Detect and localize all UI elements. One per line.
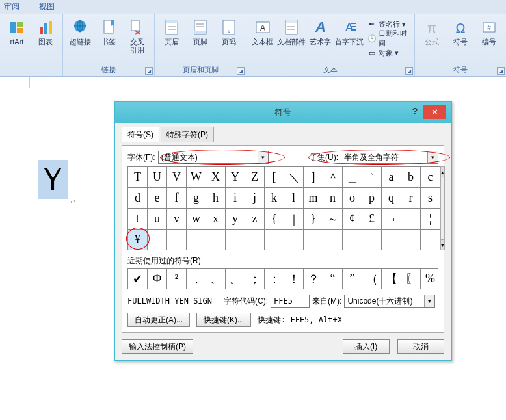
symbol-cell[interactable]: k — [265, 188, 284, 209]
btn-header[interactable]: 页眉 — [157, 16, 186, 61]
symbol-cell[interactable] — [265, 230, 284, 250]
code-input[interactable] — [271, 295, 310, 308]
symbol-cell[interactable]: s — [421, 188, 440, 209]
symbol-cell[interactable]: £ — [362, 209, 382, 230]
close-button[interactable]: ✕ — [423, 105, 446, 119]
symbol-cell[interactable] — [362, 230, 382, 250]
dialog-launcher-icon[interactable]: ◢ — [497, 67, 505, 75]
recent-cell[interactable]: ； — [245, 269, 265, 289]
symbol-cell[interactable] — [167, 230, 187, 250]
symbol-cell[interactable]: U — [148, 167, 167, 188]
symbol-cell[interactable]: v — [167, 209, 187, 230]
symbol-cell[interactable]: i — [226, 188, 245, 209]
btn-chart[interactable]: 图表 — [31, 16, 60, 61]
recent-cell[interactable]: ： — [265, 269, 284, 289]
symbol-cell[interactable]: ¬ — [382, 209, 401, 230]
btn-hyperlink[interactable]: 超链接 — [66, 16, 94, 61]
btn-symbol[interactable]: Ω 符号 — [446, 16, 475, 61]
recent-cell[interactable]: “ — [323, 269, 343, 289]
btn-number[interactable]: # 编号 — [475, 16, 503, 61]
symbol-cell[interactable]: g — [187, 188, 206, 209]
recent-cell[interactable]: ！ — [284, 269, 304, 289]
dialog-launcher-icon[interactable]: ◢ — [145, 67, 153, 75]
recent-cell[interactable]: ² — [167, 269, 187, 289]
btn-datetime[interactable]: 🕓日期和时间 — [367, 33, 412, 44]
from-combo[interactable]: Unicode(十六进制) ▾ — [344, 295, 435, 308]
symbol-cell[interactable]: Y — [226, 167, 245, 188]
symbol-cell[interactable]: t — [128, 209, 148, 230]
recent-cell[interactable]: （ — [362, 269, 382, 289]
symbol-cell[interactable]: u — [148, 209, 167, 230]
symbol-cell[interactable] — [284, 230, 304, 250]
symbol-cell[interactable]: o — [343, 188, 362, 209]
dialog-launcher-icon[interactable]: ◢ — [237, 67, 245, 75]
symbol-cell[interactable]: y — [226, 209, 245, 230]
scroll-track[interactable] — [441, 177, 444, 239]
symbol-cell[interactable]: [ — [265, 167, 284, 188]
btn-equation[interactable]: π 公式 — [418, 16, 446, 61]
symbol-cell[interactable]: m — [304, 188, 323, 209]
menu-review[interactable]: 审阅 — [4, 1, 20, 12]
recent-cell[interactable]: 。 — [226, 269, 245, 289]
recent-cell[interactable]: ✔ — [128, 269, 148, 289]
scroll-down-icon[interactable]: ▾ — [441, 239, 444, 250]
scroll-up-icon[interactable]: ▴ — [441, 167, 444, 177]
symbol-cell[interactable]: Z — [245, 167, 265, 188]
help-button[interactable]: ? — [408, 106, 422, 119]
btn-parts[interactable]: 文档部件 — [276, 16, 307, 61]
chevron-down-icon[interactable]: ▾ — [427, 151, 438, 163]
tab-special[interactable]: 特殊字符(P) — [161, 127, 214, 142]
autocorrect-button[interactable]: 自动更正(A)... — [127, 313, 190, 327]
symbol-cell[interactable] — [401, 230, 421, 250]
symbol-cell[interactable] — [421, 230, 440, 250]
symbol-cell[interactable]: z — [245, 209, 265, 230]
symbol-cell[interactable]: l — [284, 188, 304, 209]
recent-cell[interactable]: ？ — [304, 269, 323, 289]
grid-scrollbar[interactable]: ▴ ▾ — [440, 166, 445, 250]
symbol-cell[interactable]: T — [128, 167, 148, 188]
symbol-cell[interactable]: j — [245, 188, 265, 209]
tab-symbols[interactable]: 符号(S) — [122, 127, 159, 142]
dialog-titlebar[interactable]: 符号 ? ✕ — [115, 102, 451, 123]
symbol-cell[interactable]: } — [304, 209, 323, 230]
symbol-cell[interactable]: r — [401, 188, 421, 209]
symbol-cell[interactable]: ] — [304, 167, 323, 188]
chevron-down-icon[interactable]: ▾ — [258, 151, 268, 163]
symbol-cell[interactable]: V — [167, 167, 187, 188]
symbol-cell[interactable]: ¦ — [421, 209, 440, 230]
symbol-cell[interactable]: f — [167, 188, 187, 209]
font-combo[interactable]: (普通文本) ▾ — [158, 151, 269, 164]
symbol-cell[interactable]: b — [401, 167, 421, 188]
symbol-cell[interactable]: n — [323, 188, 343, 209]
symbol-cell[interactable] — [245, 230, 265, 250]
recent-cell[interactable]: ” — [343, 269, 362, 289]
symbol-cell[interactable]: w — [187, 209, 206, 230]
symbol-cell[interactable] — [148, 230, 167, 250]
btn-smartart[interactable]: rtArt — [3, 16, 31, 61]
symbol-cell[interactable] — [304, 230, 323, 250]
symbol-cell[interactable]: ＾ — [323, 167, 343, 188]
symbol-cell[interactable]: ‾ — [401, 209, 421, 230]
symbol-cell[interactable]: d — [128, 188, 148, 209]
recent-cell[interactable]: 【 — [382, 269, 401, 289]
symbol-cell[interactable]: c — [421, 167, 440, 188]
symbol-cell[interactable] — [206, 230, 226, 250]
symbol-cell[interactable]: ｜ — [284, 209, 304, 230]
symbol-cell[interactable] — [187, 230, 206, 250]
symbol-cell[interactable]: q — [382, 188, 401, 209]
chevron-down-icon[interactable]: ▾ — [424, 295, 434, 307]
symbol-cell[interactable]: ｀ — [362, 167, 382, 188]
symbol-cell[interactable] — [382, 230, 401, 250]
symbol-cell[interactable]: { — [265, 209, 284, 230]
recent-cell[interactable]: 、 — [206, 269, 226, 289]
btn-wordart[interactable]: A 艺术字 — [307, 16, 334, 61]
symbol-cell[interactable]: a — [382, 167, 401, 188]
btn-bookmark[interactable]: 书签 — [94, 16, 123, 61]
dialog-launcher-icon[interactable]: ◢ — [405, 67, 413, 75]
btn-crossref[interactable]: 交叉 引用 — [123, 16, 152, 61]
btn-dropcap[interactable]: A 首字下沉 — [334, 16, 365, 61]
ime-button[interactable]: 输入法控制柄(P) — [122, 339, 193, 354]
menu-view[interactable]: 视图 — [39, 1, 55, 12]
symbol-cell[interactable] — [343, 230, 362, 250]
symbol-cell[interactable] — [226, 230, 245, 250]
